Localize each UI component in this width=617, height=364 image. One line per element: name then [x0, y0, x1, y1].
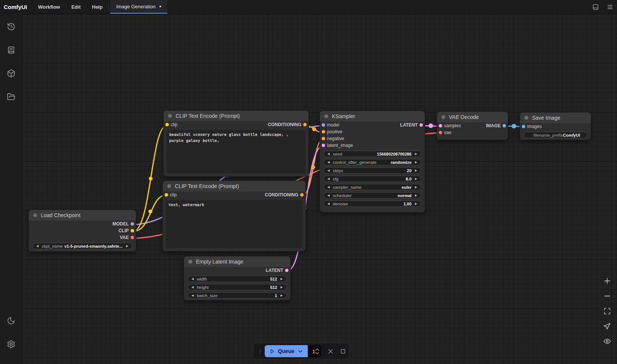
drag-handle[interactable]: ⋮: [256, 349, 265, 354]
chevron-down-icon[interactable]: [298, 349, 303, 354]
combo-prev-icon[interactable]: ◀: [327, 177, 330, 180]
widget-filename-prefix[interactable]: filename_prefix ComfyUI: [524, 132, 587, 138]
prompt-textarea[interactable]: text, watermark: [166, 200, 302, 248]
input-slot-clip[interactable]: [165, 193, 168, 197]
combo-prev-icon[interactable]: ◀: [327, 153, 330, 156]
input-slot-vae[interactable]: [439, 131, 442, 134]
input-slot-images[interactable]: [522, 125, 525, 128]
widget-height[interactable]: ◀ height 512 ▶: [188, 284, 287, 290]
node-header[interactable]: Empty Latent Image: [184, 256, 290, 267]
queue-button[interactable]: Queue: [265, 345, 308, 357]
widget-sampler-name[interactable]: ◀ sampler_name euler ▶: [324, 184, 421, 190]
collapse-dot[interactable]: [524, 116, 528, 120]
combo-prev-icon[interactable]: ◀: [191, 278, 194, 281]
node-header[interactable]: CLIP Text Encode (Prompt): [163, 181, 305, 191]
settings-button[interactable]: [3, 336, 19, 352]
zoom-in-button[interactable]: [603, 276, 612, 285]
node-load-checkpoint[interactable]: Load Checkpoint MODEL CLIP VAE ◀ ckpt_na…: [28, 210, 136, 252]
node-clip-text-encode-negative[interactable]: CLIP Text Encode (Prompt) clip CONDITION…: [162, 180, 306, 251]
combo-next-icon[interactable]: ▶: [281, 286, 283, 289]
input-slot-latent-image[interactable]: [322, 144, 325, 147]
fit-view-button[interactable]: [603, 307, 612, 316]
widget-scheduler[interactable]: ◀ scheduler normal ▶: [324, 192, 421, 199]
node-header[interactable]: Save Image: [520, 113, 591, 123]
combo-next-icon[interactable]: ▶: [415, 177, 417, 180]
menu-help[interactable]: Help: [86, 0, 108, 14]
input-slot-model[interactable]: [322, 123, 325, 127]
input-slot-samples[interactable]: [439, 124, 442, 128]
node-header[interactable]: CLIP Text Encode (Prompt): [164, 111, 308, 121]
collapse-dot[interactable]: [441, 115, 445, 119]
combo-next-icon[interactable]: ▶: [415, 202, 417, 205]
combo-next-icon[interactable]: ▶: [281, 294, 283, 297]
widget-seed[interactable]: ◀ seed 156680208700286 ▶: [324, 151, 421, 157]
combo-prev-icon[interactable]: ◀: [327, 169, 330, 172]
node-vae-decode[interactable]: VAE Decode samples IMAGE vae: [437, 111, 508, 140]
combo-next-icon[interactable]: ▶: [415, 194, 417, 197]
menu-workflow[interactable]: Workflow: [32, 0, 66, 14]
menu-edit[interactable]: Edit: [66, 0, 86, 14]
stepper-down-icon[interactable]: [315, 352, 319, 354]
input-slot-negative[interactable]: [322, 137, 325, 140]
widget-width[interactable]: ◀ width 512 ▶: [188, 276, 287, 282]
sidebar-item-queue[interactable]: [3, 42, 19, 58]
combo-next-icon[interactable]: ▶: [281, 278, 283, 281]
node-header[interactable]: VAE Decode: [437, 112, 508, 122]
combo-prev-icon[interactable]: ◀: [327, 202, 330, 205]
combo-prev-icon[interactable]: ◀: [327, 186, 330, 189]
combo-next-icon[interactable]: ▶: [415, 186, 417, 189]
stop-button[interactable]: [340, 348, 346, 355]
widget-batch-size[interactable]: ◀ batch_size 1 ▶: [188, 292, 287, 299]
output-slot-conditioning[interactable]: [303, 123, 307, 126]
output-slot-vae[interactable]: [131, 236, 134, 239]
input-slot-clip[interactable]: [165, 123, 169, 126]
node-empty-latent-image[interactable]: Empty Latent Image LATENT ◀ width 512 ▶ …: [184, 256, 291, 301]
combo-next-icon[interactable]: ▶: [415, 169, 417, 172]
select-mode-button[interactable]: [603, 322, 612, 331]
combo-prev-icon[interactable]: ◀: [191, 286, 194, 289]
theme-toggle-button[interactable]: [3, 313, 19, 329]
combo-next-icon[interactable]: ▶: [415, 161, 417, 164]
combo-prev-icon[interactable]: ◀: [327, 161, 330, 164]
collapse-dot[interactable]: [167, 184, 171, 188]
cancel-run-button[interactable]: [327, 348, 334, 355]
batch-count-input[interactable]: 1: [308, 345, 321, 357]
node-header[interactable]: Load Checkpoint: [29, 210, 136, 221]
combo-prev-icon[interactable]: ◀: [36, 245, 39, 248]
widget-denoise[interactable]: ◀ denoise 1.00 ▶: [324, 201, 421, 207]
output-slot-clip[interactable]: [131, 229, 134, 233]
sidebar-item-model-library[interactable]: [3, 65, 19, 81]
input-slot-positive[interactable]: [322, 130, 325, 134]
tab-image-generation[interactable]: Image Generation ●: [110, 0, 168, 14]
output-slot-conditioning[interactable]: [300, 193, 304, 197]
widget-control-after-generate[interactable]: ◀ control_after_generate randomize ▶: [324, 159, 421, 165]
zoom-out-button[interactable]: [603, 292, 612, 301]
combo-prev-icon[interactable]: ◀: [327, 194, 330, 197]
collapse-dot[interactable]: [168, 114, 172, 118]
node-header[interactable]: KSampler: [320, 111, 425, 122]
combo-next-icon[interactable]: ▶: [126, 245, 128, 248]
output-slot-latent[interactable]: [285, 269, 288, 272]
node-ksampler[interactable]: KSampler model LATENT positive negative …: [319, 111, 425, 213]
collapse-dot[interactable]: [188, 260, 192, 264]
collapse-dot[interactable]: [33, 213, 37, 217]
output-slot-latent[interactable]: [420, 123, 423, 127]
sidebar-item-workflows[interactable]: [3, 89, 19, 105]
stepper-up-icon[interactable]: [315, 349, 319, 351]
combo-prev-icon[interactable]: ◀: [191, 294, 194, 297]
node-clip-text-encode-positive[interactable]: CLIP Text Encode (Prompt) clip CONDITION…: [163, 110, 309, 177]
sidebar-item-history[interactable]: [3, 19, 19, 34]
collapse-dot[interactable]: [324, 114, 328, 118]
node-save-image[interactable]: Save Image images filename_prefix ComfyU…: [520, 112, 591, 140]
main-menu-button[interactable]: [603, 0, 617, 14]
app-logo[interactable]: ComfyUI: [0, 0, 32, 14]
output-slot-image[interactable]: [503, 124, 506, 128]
toggle-link-visibility-button[interactable]: [603, 337, 612, 346]
widget-ckpt-name[interactable]: ◀ ckpt_name v1-5-pruned-emaonly.safete..…: [32, 243, 132, 249]
combo-next-icon[interactable]: ▶: [415, 153, 417, 156]
widget-cfg[interactable]: ◀ cfg 8.0 ▶: [324, 176, 421, 182]
prompt-textarea[interactable]: beautiful scenery nature glass bottle la…: [167, 130, 305, 173]
output-slot-model[interactable]: [131, 222, 134, 226]
widget-steps[interactable]: ◀ steps 20 ▶: [324, 167, 421, 174]
bottom-panel-toggle-button[interactable]: [588, 0, 603, 14]
